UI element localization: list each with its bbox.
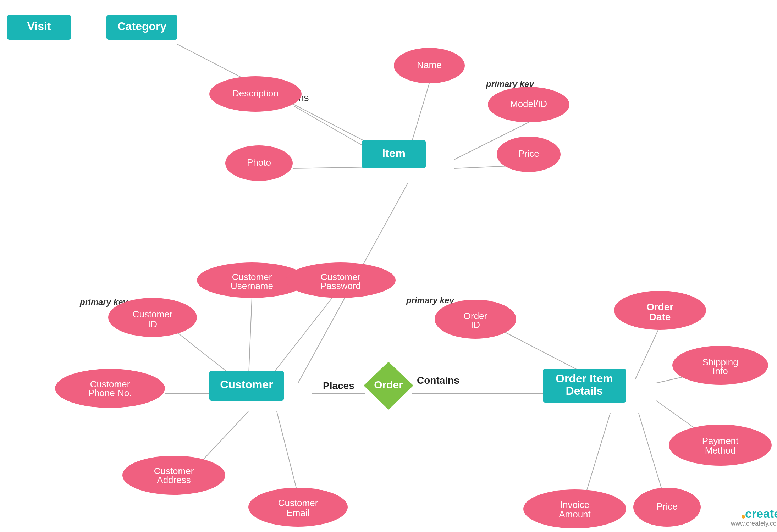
category-label: Category [117, 20, 167, 33]
brand-dot [742, 515, 745, 519]
price-order-attr-label: Price [656, 501, 677, 512]
item-label: Item [382, 147, 406, 160]
er-diagram: Visit Viewed by Category Contains Item p… [0, 0, 777, 532]
invoiceamount-attr-label2: Amount [559, 509, 591, 520]
customeraddress-attr-label2: Address [157, 475, 191, 485]
edge-orderdetails-orderdate [635, 326, 660, 379]
orderitemdetails-label2: Details [566, 384, 603, 397]
brand-url: www.creately.com • Online Diagramming [731, 520, 777, 527]
customeremail-attr-label: Customer [278, 498, 318, 508]
brand-creately: creately [745, 507, 777, 520]
edge-customer-username [248, 298, 252, 383]
primary-key-order-label: primary key [406, 295, 454, 305]
customer-label: Customer [220, 378, 273, 391]
customerphone-attr-label2: Phone No. [88, 388, 132, 398]
customerid-attr-label: Customer [133, 309, 173, 320]
edge-orderdetails-price [639, 413, 663, 495]
visit-label: Visit [27, 20, 51, 33]
orderdate-attr-label: Order [646, 301, 673, 312]
contains-order-label: Contains [417, 375, 459, 386]
edge-customer-email [277, 411, 298, 495]
customeremail-attr-label2: Email [286, 508, 309, 518]
edge-orderdetails-invoice [585, 413, 610, 495]
photo-attr-label: Photo [247, 157, 271, 168]
price-item-attr-label: Price [518, 148, 539, 159]
orderitemdetails-label: Order Item [556, 372, 613, 385]
order-label: Order [374, 379, 403, 390]
orderdate-attr-label2: Date [649, 311, 671, 322]
invoiceamount-attr-label: Invoice [560, 499, 589, 510]
places-label: Places [323, 380, 354, 391]
customerid-attr-label2: ID [148, 319, 157, 329]
edge-customer-password [270, 296, 334, 378]
paymentmethod-attr-label2: Method [705, 445, 736, 456]
shippinginfo-attr-label2: Info [712, 366, 728, 376]
description-attr-label: Description [232, 88, 279, 99]
customerusername-attr-label2: Username [231, 281, 273, 291]
name-attr-label: Name [417, 60, 441, 70]
modelid-attr-label: Model/ID [510, 99, 547, 109]
paymentmethod-attr-label: Payment [702, 436, 739, 446]
orderid-attr-label2: ID [471, 320, 480, 330]
customerpassword-attr-label2: Password [320, 281, 361, 291]
